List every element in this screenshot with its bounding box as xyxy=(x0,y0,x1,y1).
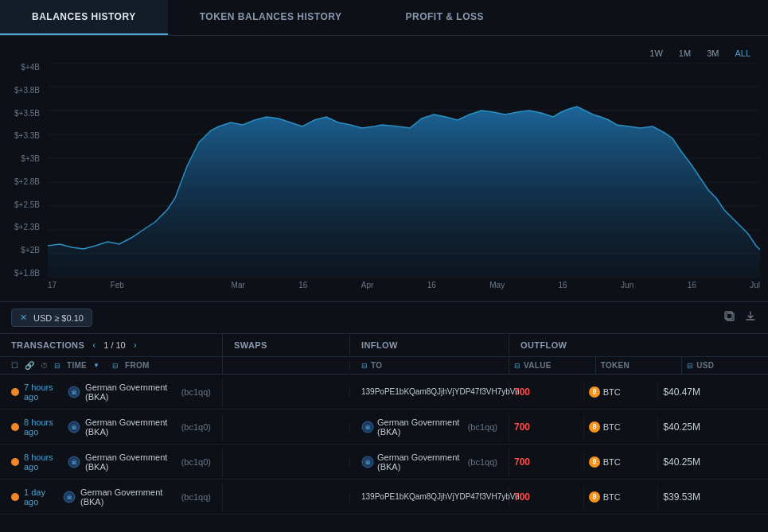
x-label-5: Apr xyxy=(361,281,374,300)
y-label-6: $+2.5B xyxy=(14,200,40,209)
tx-from-addr-0: (bc1qq) xyxy=(181,387,211,397)
filter-badge[interactable]: ✕ USD ≥ $0.10 xyxy=(11,309,92,327)
tx-from-addr-2: (bc1q0) xyxy=(181,457,211,467)
pagination-text: 1 / 10 xyxy=(103,340,126,350)
y-label-9: $+1.8B xyxy=(14,269,40,278)
time-btn-1w[interactable]: 1W xyxy=(645,47,668,60)
checkbox-icon[interactable]: ☐ xyxy=(11,361,18,370)
tab-profit-loss[interactable]: PROFIT & LOSS xyxy=(373,0,516,35)
table-row: 8 hours ago 🏛 German Government (BKA) (b… xyxy=(0,410,768,445)
svg-text:🏛: 🏛 xyxy=(365,424,371,430)
tx-status-dot xyxy=(11,388,19,396)
tx-usd-0: $40.47M xyxy=(658,382,732,402)
tx-cell-outflow-1: 700 ₿ BTC $40.25M xyxy=(509,417,732,437)
time-btn-1m[interactable]: 1M xyxy=(674,47,696,60)
tx-usd-1: $40.25M xyxy=(658,417,732,437)
filter-remove-icon[interactable]: ✕ xyxy=(20,313,27,323)
chart-wrapper: $+4B $+3.8B $+3.5B $+3.3B $+3B $+2.8B $+… xyxy=(0,63,768,301)
x-label-11: Jul xyxy=(750,281,760,300)
x-label-10: 16 xyxy=(688,281,696,300)
tab-balances-history[interactable]: BALANCES HISTORY xyxy=(0,0,168,35)
tx-cell-time-from-3: 1 day ago 🏛 German Government (BKA) (bc1… xyxy=(0,483,223,511)
filter-from-icon[interactable]: ⊟ xyxy=(112,362,119,370)
tx-time-0: 7 hours ago xyxy=(24,382,63,402)
table-top-bar: TRANSACTIONS ‹ 1 / 10 › SWAPS INFLOW OUT… xyxy=(0,333,768,357)
tx-cell-swaps-0 xyxy=(223,387,350,397)
svg-text:🏛: 🏛 xyxy=(72,389,77,395)
tx-cell-outflow-0: 700 ₿ BTC $40.47M xyxy=(509,382,732,402)
btc-icon-3: ₿ xyxy=(589,491,600,503)
tx-status-dot xyxy=(11,493,19,501)
inflow-header-cell: INFLOW xyxy=(350,335,509,355)
tx-from-name-1: German Government (BKA) xyxy=(85,417,177,437)
y-label-1: $+3.8B xyxy=(14,86,40,95)
filter-icons xyxy=(723,310,757,325)
tx-to-name-1: German Government (BKA) xyxy=(377,417,465,437)
tx-to-addr-2: (bc1qq) xyxy=(468,457,497,467)
entity-icon-1: 🏛 xyxy=(68,421,80,433)
y-label-4: $+3B xyxy=(21,154,40,163)
tx-value-0: 700 xyxy=(509,382,584,402)
tx-cell-time-from-2: 8 hours ago 🏛 German Government (BKA) (b… xyxy=(0,448,223,476)
time-sort-icon[interactable]: ▼ xyxy=(93,362,99,369)
transactions-table: TRANSACTIONS ‹ 1 / 10 › SWAPS INFLOW OUT… xyxy=(0,333,768,515)
chart-controls: 1W 1M 3M ALL xyxy=(0,44,768,63)
col-sub-value: ⊟ VALUE xyxy=(509,357,596,374)
tx-cell-to-2: 🏛 German Government (BKA) (bc1qq) xyxy=(350,448,509,476)
tx-time-1: 8 hours ago xyxy=(24,417,63,437)
column-sub-headers: ☐ 🔗 ⏱ ⊟ TIME ▼ ⊟ FROM ⊟ TO ⊟ VALUE TOKEN… xyxy=(0,357,768,375)
y-label-7: $+2.3B xyxy=(14,223,40,231)
tx-value-1: 700 xyxy=(509,417,584,437)
x-label-9: Jun xyxy=(621,281,634,300)
filter-time-icon[interactable]: ⊟ xyxy=(54,362,60,370)
tx-to-addr-3: 139PoPE1bKQam8QJjhVjYDP47f3VH7ybVu xyxy=(361,492,520,501)
y-axis: $+4B $+3.8B $+3.5B $+3.3B $+3B $+2.8B $+… xyxy=(0,63,46,278)
chart-container: 1W 1M 3M ALL $+4B $+3.8B $+3.5B $+3.3B $… xyxy=(0,36,768,301)
tx-status-dot xyxy=(11,423,19,431)
to-col-label: TO xyxy=(371,361,382,370)
table-row: 7 hours ago 🏛 German Government (BKA) (b… xyxy=(0,375,768,410)
entity-to-icon-1: 🏛 xyxy=(361,421,374,433)
filter-bar: ✕ USD ≥ $0.10 xyxy=(0,301,768,333)
tx-cell-time-from-1: 8 hours ago 🏛 German Government (BKA) (b… xyxy=(0,413,223,441)
tx-to-addr-0: 139PoPE1bKQam8QJjhVjYDP47f3VH7ybVu xyxy=(361,387,520,396)
from-col-label: FROM xyxy=(125,361,150,370)
entity-to-icon-2: 🏛 xyxy=(361,456,374,468)
balance-chart xyxy=(48,63,760,278)
tx-cell-to-3: 139PoPE1bKQam8QJjhVjYDP47f3VH7ybVu xyxy=(350,487,509,506)
time-btn-all[interactable]: ALL xyxy=(730,47,755,60)
download-icon[interactable] xyxy=(744,310,757,325)
copy-icon[interactable] xyxy=(723,310,736,325)
entity-icon-0: 🏛 xyxy=(68,386,80,398)
link-icon[interactable]: 🔗 xyxy=(25,361,34,370)
col-sub-to: ⊟ TO xyxy=(350,357,509,374)
col-sub-usd: ⊟ USD xyxy=(682,357,768,374)
y-label-8: $+2B xyxy=(21,246,40,254)
tx-time-3: 1 day ago xyxy=(24,487,58,507)
x-label-1: Feb xyxy=(111,281,124,300)
tab-token-balances-history[interactable]: TOKEN BALANCES HISTORY xyxy=(168,0,374,35)
tx-from-addr-1: (bc1q0) xyxy=(181,422,211,432)
entity-icon-2: 🏛 xyxy=(68,456,80,468)
table-row: 8 hours ago 🏛 German Government (BKA) (b… xyxy=(0,445,768,480)
filter-to-icon[interactable]: ⊟ xyxy=(361,362,368,370)
x-label-8: 16 xyxy=(559,281,567,300)
time-btn-3m[interactable]: 3M xyxy=(702,47,723,60)
svg-text:🏛: 🏛 xyxy=(66,494,72,500)
tx-cell-swaps-2 xyxy=(223,457,350,467)
tx-from-name-0: German Government (BKA) xyxy=(85,382,177,402)
outflow-header-cell: OUTFLOW xyxy=(509,335,768,355)
prev-page-btn[interactable]: ‹ xyxy=(92,340,96,351)
tx-status-dot xyxy=(11,458,19,466)
y-label-3: $+3.3B xyxy=(14,131,40,140)
next-page-btn[interactable]: › xyxy=(134,340,137,351)
tx-cell-swaps-1 xyxy=(223,422,350,432)
y-label-2: $+3.5B xyxy=(14,109,40,118)
tx-usd-2: $40.25M xyxy=(658,452,732,472)
x-label-7: May xyxy=(489,281,505,300)
tx-cell-time-from-0: 7 hours ago 🏛 German Government (BKA) (b… xyxy=(0,378,223,406)
table-row: 1 day ago 🏛 German Government (BKA) (bc1… xyxy=(0,480,768,515)
x-label-0: 17 xyxy=(48,281,57,300)
x-label-6: 16 xyxy=(427,281,436,300)
tx-cell-outflow-3: 700 ₿ BTC $39.53M xyxy=(509,487,732,507)
